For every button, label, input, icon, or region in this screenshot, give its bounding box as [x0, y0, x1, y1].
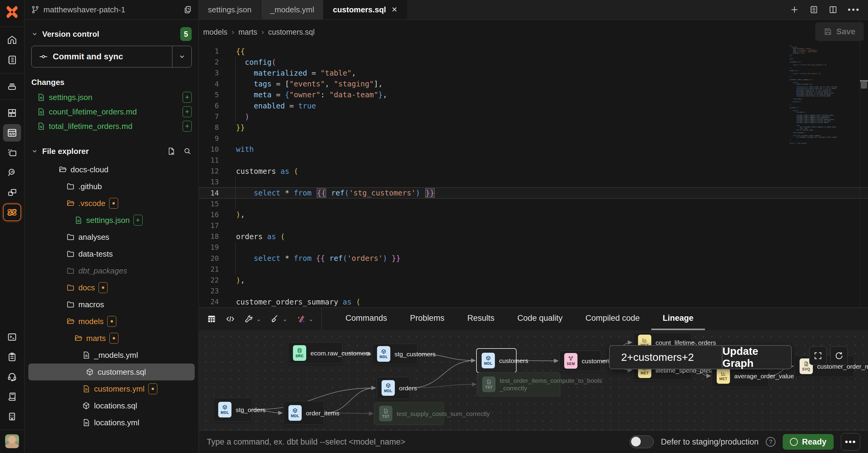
code-line-8[interactable]: 8}} — [199, 122, 868, 133]
tree-item-macros[interactable]: macros — [25, 296, 198, 313]
code-line-24[interactable]: 24customer_orders_summary as ( — [199, 296, 868, 307]
commit-options-caret[interactable] — [172, 46, 191, 67]
panel-tab-results[interactable]: Results — [456, 308, 506, 330]
code-line-7[interactable]: 7 ) — [199, 111, 868, 122]
tree-item-settings.json[interactable]: settings.json+ — [25, 212, 198, 229]
code-line-18[interactable]: 18orders as ( — [199, 231, 868, 242]
tree-item-customers.yml[interactable]: customers.yml — [25, 380, 198, 397]
open-editors-icon[interactable] — [809, 5, 818, 14]
command-input[interactable]: Type a command, ex. dbt build --select <… — [207, 437, 622, 447]
tab-models-yml[interactable]: _models.yml — [261, 0, 324, 19]
code-lines[interactable]: 1{{2 config(3 materialized = "table",4 t… — [199, 46, 868, 307]
dbt-logo[interactable] — [4, 4, 20, 20]
tree-item-docs[interactable]: docs — [25, 279, 198, 296]
code-line-3[interactable]: 3 materialized = "table", — [199, 67, 868, 78]
code-line-22[interactable]: 22), — [199, 275, 868, 286]
code-line-17[interactable]: 17 — [199, 220, 868, 231]
lineage-node-raw_customers[interactable]: SRC ecom.raw_customers — [288, 342, 343, 364]
lineage-node-test_order_items[interactable]: TST test_order_items_compute_to_bools_co… — [477, 372, 560, 396]
code-line-21[interactable]: 21 — [199, 264, 868, 275]
close-icon[interactable]: ✕ — [392, 5, 398, 14]
tree-item-analyses[interactable]: analyses — [25, 229, 198, 246]
status-badge[interactable]: Ready — [783, 434, 834, 450]
tree-item-locations.yml[interactable]: locations.yml — [25, 414, 198, 431]
defer-toggle[interactable] — [629, 435, 654, 448]
tree-item-data-tests[interactable]: data-tests — [25, 246, 198, 262]
lineage-node-stg_customers[interactable]: MDL stg_customers — [372, 344, 418, 364]
book-icon[interactable] — [3, 388, 21, 406]
copilot-atom-icon[interactable] — [3, 204, 21, 221]
code-line-6[interactable]: 6 enabled = true — [199, 100, 868, 111]
code-line-16[interactable]: 16), — [199, 209, 868, 220]
editor-scrollbar[interactable] — [860, 20, 868, 307]
code-line-10[interactable]: 10with — [199, 144, 868, 155]
lineage-node-stg_orders[interactable]: MDL stg_orders — [213, 397, 252, 422]
panel-tab-code-quality[interactable]: Code quality — [506, 308, 574, 330]
lineage-node-order_items[interactable]: MDL order_items — [283, 401, 324, 425]
windows-icon[interactable] — [3, 184, 21, 201]
breadcrumb[interactable]: models› marts› customers.sql — [203, 28, 315, 36]
lineage-query-input[interactable]: 2+customers+2 — [610, 346, 722, 369]
code-line-2[interactable]: 2 config( — [199, 57, 868, 67]
tab-customers-sql[interactable]: customers.sql✕ — [324, 0, 407, 19]
code-editor-icon[interactable] — [3, 124, 21, 141]
panel-tab-problems[interactable]: Problems — [398, 308, 456, 330]
code-line-5[interactable]: 5 meta = {"owner": "data-team"}, — [199, 90, 868, 100]
lineage-canvas[interactable]: SRC ecom.raw_customersMDL stg_customersM… — [199, 330, 868, 430]
code-line-14[interactable]: 14 select * from {{ ref('stg_customers')… — [199, 187, 868, 198]
new-file-icon[interactable] — [167, 147, 176, 155]
refresh-icon[interactable] — [830, 346, 848, 365]
code-line-23[interactable]: 23 — [199, 286, 868, 296]
tree-item-dbt_packages[interactable]: dbt_packages — [25, 262, 198, 279]
tree-item-.vscode[interactable]: .vscode — [25, 195, 198, 212]
lineage-node-orders[interactable]: MDL orders — [376, 377, 410, 399]
commit-and-sync-button[interactable]: Commit and sync — [31, 46, 192, 67]
headset-icon[interactable] — [3, 368, 21, 386]
fullscreen-icon[interactable] — [809, 346, 827, 365]
save-button[interactable]: Save — [815, 22, 864, 41]
home-icon[interactable] — [3, 31, 21, 49]
branch-selector[interactable]: matthewshaver-patch-1 — [25, 0, 198, 20]
changed-file-total_lifetime_orders.md[interactable]: total_lifetime_orders.md + — [25, 119, 198, 133]
search-insights-icon[interactable] — [3, 164, 21, 181]
code-line-15[interactable]: 15 — [199, 198, 868, 209]
checklist-icon[interactable] — [3, 348, 21, 366]
copy-icon[interactable] — [183, 5, 192, 14]
help-icon[interactable]: ? — [766, 437, 775, 447]
code-line-11[interactable]: 11 — [199, 155, 868, 166]
tree-item-locations.sql[interactable]: locations.sql — [25, 397, 198, 414]
version-control-header[interactable]: Version control 5 — [25, 24, 198, 44]
lineage-node-customers_sem[interactable]: SEM customers — [559, 351, 601, 371]
trays-icon[interactable] — [3, 78, 21, 95]
tree-item-models[interactable]: models — [25, 313, 198, 330]
code-line-19[interactable]: 19 — [199, 242, 868, 253]
panel-tab-commands[interactable]: Commands — [334, 308, 398, 330]
panel-tab-lineage[interactable]: Lineage — [651, 308, 705, 330]
tree-item-_models.yml[interactable]: _models.yml — [25, 347, 198, 363]
tab-settings-json[interactable]: settings.json — [199, 0, 261, 19]
compile-code-icon[interactable] — [225, 314, 235, 324]
frame-dashed-icon[interactable] — [3, 144, 21, 161]
split-editor-icon[interactable] — [829, 5, 838, 14]
code-line-20[interactable]: 20 select * from {{ ref('orders') }} — [199, 253, 868, 264]
building-icon[interactable] — [3, 408, 21, 425]
terminal-icon[interactable] — [3, 328, 21, 346]
code-line-12[interactable]: 12customers as ( — [199, 166, 868, 176]
dashboard-grid-icon[interactable] — [3, 104, 21, 122]
fix-with-ai-dropdown[interactable]: ⌄ — [297, 314, 314, 324]
more-options-button[interactable]: ••• — [841, 433, 860, 451]
panel-tab-compiled-code[interactable]: Compiled code — [574, 308, 651, 330]
build-tools-dropdown[interactable]: ⌄ — [244, 314, 261, 324]
notebook-icon[interactable] — [3, 51, 21, 69]
tree-item-.github[interactable]: .github — [25, 178, 198, 195]
lineage-node-customers[interactable]: MDL customers — [476, 348, 517, 373]
lineage-node-test_supply[interactable]: TST test_supply_costs_sum_correctly — [374, 402, 444, 425]
changed-file-count_lifetime_orders.md[interactable]: count_lifetime_orders.md + — [25, 104, 198, 119]
tree-item-customers.sql[interactable]: customers.sql — [28, 363, 195, 380]
code-line-1[interactable]: 1{{ — [199, 46, 868, 57]
code-line-13[interactable]: 13 — [199, 176, 868, 187]
code-line-9[interactable]: 9 — [199, 133, 868, 144]
update-graph-button[interactable]: Update Graph — [722, 346, 791, 369]
more-actions-icon[interactable]: ••• — [848, 5, 860, 14]
code-editor[interactable]: models› marts› customers.sql Save 1{{2 c… — [199, 20, 868, 307]
